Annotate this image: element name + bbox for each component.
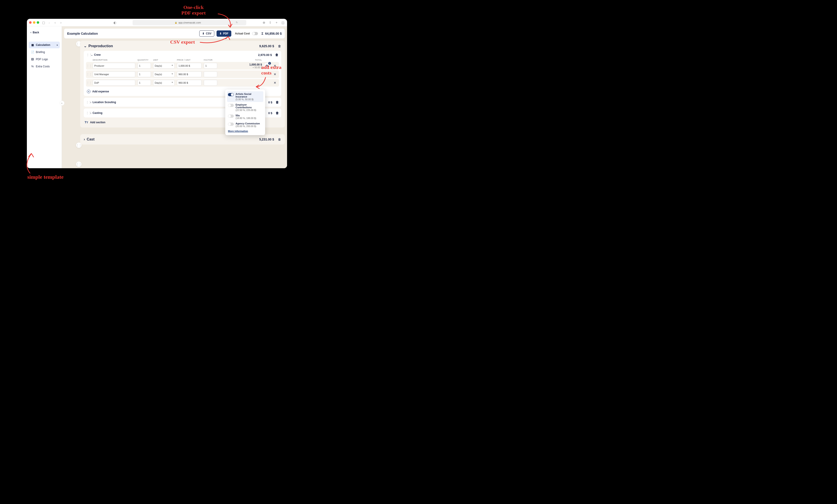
section-total: 9,625.00 $ (259, 44, 274, 48)
image-icon: 🖼 (31, 58, 34, 61)
unit-select[interactable]: Day(s) (153, 63, 175, 69)
expense-row: ⋮⋮ Day(s) ✕ (86, 71, 279, 77)
toggle[interactable] (228, 93, 234, 96)
unit-select[interactable]: Day(s) (153, 80, 175, 86)
actual-cost-label: Actual Cost (235, 32, 250, 35)
factor-input[interactable] (204, 71, 217, 77)
page-title: Example Calculation (67, 32, 197, 35)
extra-cost-option[interactable]: Artists Social Insurance(5.00 %, 50.00 $… (227, 91, 263, 102)
trash-icon[interactable]: 🗑 (275, 100, 279, 104)
content-area: Example Calculation ⬇CSV ⬇PDF Actual Cos… (62, 26, 287, 168)
trash-icon[interactable]: 🗑 (278, 137, 281, 141)
trash-icon[interactable]: 🗑 (275, 53, 279, 57)
toggle[interactable] (228, 123, 234, 126)
price-input[interactable] (177, 80, 201, 86)
subsection-title: Crew (94, 53, 101, 56)
col-price: PRICE / UNIT (177, 59, 201, 61)
annotation-extra: add extracosts (261, 64, 282, 76)
text-icon: Tᴛ (85, 120, 88, 124)
description-input[interactable] (93, 71, 135, 77)
reload-icon[interactable]: ↻ (236, 21, 238, 24)
col-description: DESCRIPTION (93, 59, 135, 61)
subsection-title: Casting (92, 111, 102, 114)
url-text: app.cinemacalc.com (178, 21, 201, 24)
sidebar: ‹Back ▦Calculation 📄Briefing 🖼PDF Logo %… (27, 26, 62, 168)
grid-icon: ▦ (31, 43, 34, 46)
drag-handle[interactable]: ⋮⋮ (86, 101, 89, 104)
extra-cost-option[interactable]: Employer Contributions(22.50 %, 225.00 $… (227, 102, 263, 113)
share-icon[interactable]: ⇧ (268, 21, 272, 25)
row-total: 1,000.00 $+ 50.00 $ (219, 63, 262, 69)
description-input[interactable] (93, 80, 135, 86)
annotation-csv: CSV export (170, 39, 195, 45)
more-information-link[interactable]: More information (227, 129, 263, 133)
back-link[interactable]: ‹Back (29, 29, 60, 36)
nav-back-icon[interactable]: ‹ (53, 21, 57, 25)
subsection-total: 2,970.00 $ (258, 53, 272, 57)
grand-total: Σ 64,856.00 $ (262, 32, 282, 35)
download-icon[interactable]: ⊕ (262, 21, 266, 25)
lock-icon: 🔒 (175, 21, 177, 24)
chevron-right-icon[interactable]: › (84, 137, 85, 142)
factor-input[interactable] (204, 80, 217, 86)
expense-row: ⋮⋮ Day(s) 1,000.00 $+ 50.00 $ %1 ✕ (86, 63, 279, 69)
sidebar-item-extra-costs[interactable]: %Extra Costs (29, 63, 60, 70)
description-input[interactable] (93, 63, 135, 69)
trash-icon[interactable]: 🗑 (275, 111, 279, 115)
sidebar-toggle-icon[interactable]: ▢ (41, 21, 46, 25)
factor-input[interactable] (204, 63, 217, 69)
plus-icon[interactable]: ＋ (274, 21, 279, 25)
chevron-down-icon[interactable]: ⌄ (84, 44, 87, 48)
document-icon: 📄 (31, 51, 34, 54)
annotation-template: simple template (27, 174, 64, 180)
subsection-total: 0 $ (268, 111, 272, 115)
quantity-input[interactable] (138, 71, 151, 77)
drag-handle[interactable]: ⋮⋮ (86, 111, 89, 114)
unit-select[interactable]: Day(s) (153, 71, 175, 77)
drag-handle[interactable]: ⋮⋮ (86, 73, 90, 76)
quantity-input[interactable] (138, 63, 151, 69)
subsection-total: 0 $ (268, 101, 272, 104)
col-unit: UNIT (153, 59, 175, 61)
percent-icon: % (31, 65, 34, 68)
drag-handle[interactable]: ⋮⋮ (76, 162, 82, 167)
annotation-pdf: One-clickPDF export (181, 4, 206, 16)
sidebar-item-calculation[interactable]: ▦Calculation (29, 42, 60, 48)
quantity-input[interactable] (138, 80, 151, 86)
drag-handle[interactable]: ⋮⋮ (86, 64, 90, 67)
expense-row: ⋮⋮ Day(s) ✕ (86, 80, 279, 86)
topbar: Example Calculation ⬇CSV ⬇PDF Actual Cos… (64, 29, 285, 38)
traffic-lights (29, 21, 39, 24)
toggle[interactable] (228, 114, 234, 118)
extra-cost-option[interactable]: Agency Commission(20.00 %, 200.00 $) (227, 121, 263, 129)
arrow-template (23, 152, 37, 174)
actual-cost-toggle[interactable] (252, 32, 258, 35)
nav-forward-icon[interactable]: › (59, 21, 63, 25)
sidebar-collapse-button[interactable]: ← (59, 101, 65, 106)
shield-icon[interactable]: ◐ (113, 21, 117, 25)
close-icon[interactable]: ✕ (273, 81, 277, 85)
browser-window: ▢ ⌄ ‹ › ◐ 🔒 app.cinemacalc.com ↻ ⊕ ⇧ ＋ ◫… (27, 19, 287, 168)
trash-icon[interactable]: 🗑 (278, 44, 281, 48)
price-input[interactable] (177, 71, 201, 77)
chevron-down-icon[interactable]: ⌄ (47, 21, 51, 25)
arrow-extra (255, 76, 267, 90)
section-total: 5,231.00 $ (259, 137, 274, 141)
tabs-icon[interactable]: ◫ (281, 21, 285, 25)
arrow-csv (199, 35, 231, 45)
subsection-crew: ⋮⋮ ⌄ Crew 2,970.00 $ 🗑 DESCRIPTION QUANT… (84, 51, 281, 96)
sidebar-item-briefing[interactable]: 📄Briefing (29, 49, 60, 55)
extra-cost-option[interactable]: 50a(18.80 %, 188.00 $) (227, 113, 263, 121)
toggle[interactable] (228, 104, 234, 107)
drag-handle[interactable]: ⋮⋮ (86, 81, 90, 84)
drag-handle[interactable]: ⋮⋮ (86, 53, 90, 56)
col-total: TOTAL (219, 59, 262, 61)
plus-circle-icon: + (87, 90, 90, 93)
chevron-right-icon: › (90, 101, 91, 104)
section-cast: › Cast 5,231.00 $ 🗑 (80, 134, 285, 145)
price-input[interactable] (177, 63, 201, 69)
subsection-title: Location Scouting (92, 101, 116, 104)
section-title: Cast (87, 137, 257, 142)
chevron-down-icon[interactable]: ⌄ (91, 54, 93, 56)
sidebar-item-pdf-logo[interactable]: 🖼PDF Logo (29, 56, 60, 63)
